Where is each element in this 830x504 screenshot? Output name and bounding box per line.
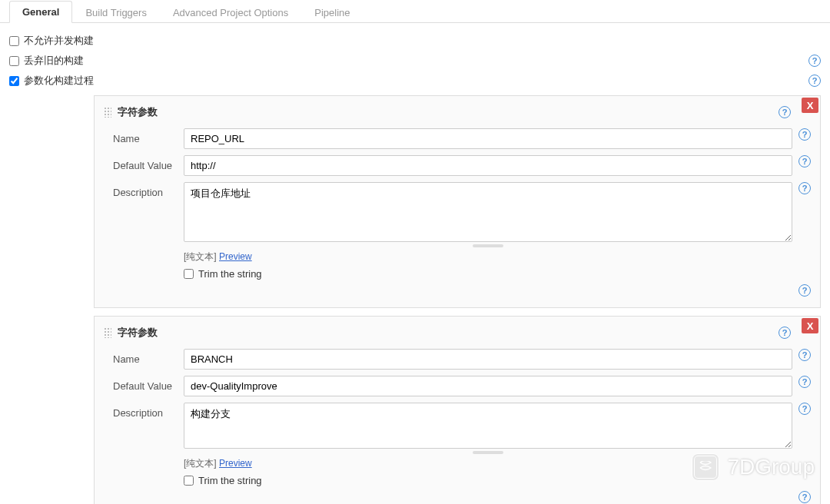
help-icon[interactable]: ? [779, 106, 791, 118]
textarea-description[interactable] [184, 403, 792, 449]
help-icon[interactable]: ? [798, 376, 811, 388]
help-icon[interactable]: ? [808, 55, 821, 67]
help-icon[interactable]: ? [798, 284, 811, 297]
label-parameterized: 参数化构建过程 [24, 74, 94, 88]
help-icon[interactable]: ? [779, 327, 791, 339]
preview-link[interactable]: Preview [219, 251, 252, 262]
label-default-value: Default Value [113, 376, 184, 392]
label-name: Name [113, 128, 184, 144]
tab-pipeline[interactable]: Pipeline [301, 2, 363, 23]
tab-build-triggers[interactable]: Build Triggers [72, 2, 159, 23]
input-default-value[interactable] [184, 155, 792, 176]
param-title: 字符参数 [118, 105, 158, 119]
help-icon[interactable]: ? [798, 349, 811, 361]
tab-general[interactable]: General [9, 1, 72, 23]
drag-handle-icon[interactable] [104, 107, 111, 118]
label-description: Description [113, 182, 184, 198]
resize-handle[interactable] [473, 244, 503, 247]
drag-handle-icon[interactable] [104, 327, 111, 338]
textarea-description[interactable] [184, 182, 792, 242]
input-default-value[interactable] [184, 376, 792, 396]
checkbox-trim[interactable] [184, 476, 194, 486]
label-no-concurrent: 不允许并发构建 [24, 34, 94, 48]
label-default-value: Default Value [113, 155, 184, 171]
tab-advanced-options[interactable]: Advanced Project Options [160, 2, 301, 23]
checkbox-parameterized[interactable] [9, 76, 19, 86]
remove-param-button[interactable]: X [802, 98, 818, 113]
plain-text-label: [纯文本] [184, 458, 217, 469]
checkbox-no-concurrent[interactable] [9, 36, 19, 46]
preview-link[interactable]: Preview [219, 458, 252, 469]
help-icon[interactable]: ? [798, 182, 811, 194]
plain-text-label: [纯文本] [184, 251, 217, 262]
label-trim: Trim the string [198, 268, 262, 280]
label-name: Name [113, 349, 184, 365]
content-area: 不允许并发构建 丢弃旧的构建 ? 参数化构建过程 ? X 字符参数 ? Name… [0, 23, 830, 504]
help-icon[interactable]: ? [798, 403, 811, 415]
input-name[interactable] [184, 349, 792, 370]
label-discard-old: 丢弃旧的构建 [24, 54, 84, 68]
label-trim: Trim the string [198, 475, 262, 486]
tab-bar: General Build Triggers Advanced Project … [0, 0, 830, 23]
label-description: Description [113, 403, 184, 419]
string-param-block: X 字符参数 ? Name ? Default Value ? Descript… [94, 95, 821, 308]
watermark: 7DGroup [692, 453, 815, 481]
watermark-icon [692, 453, 719, 481]
help-icon[interactable]: ? [798, 128, 811, 141]
input-name[interactable] [184, 128, 792, 149]
checkbox-discard-old[interactable] [9, 56, 19, 66]
param-title: 字符参数 [118, 326, 158, 340]
watermark-text: 7DGroup [727, 455, 815, 479]
parameters-container: X 字符参数 ? Name ? Default Value ? Descript… [94, 95, 821, 504]
help-icon[interactable]: ? [798, 491, 811, 503]
checkbox-trim[interactable] [184, 269, 194, 279]
resize-handle[interactable] [473, 451, 503, 454]
help-icon[interactable]: ? [798, 155, 811, 167]
help-icon[interactable]: ? [808, 75, 821, 87]
remove-param-button[interactable]: X [802, 318, 818, 333]
